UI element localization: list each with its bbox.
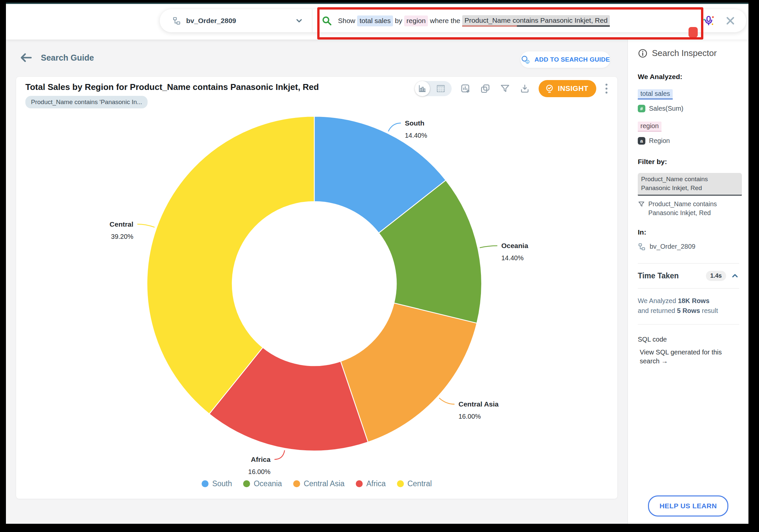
segment-label-name: Oceania (501, 242, 528, 249)
query-token[interactable]: region (404, 16, 428, 26)
in-label: In: (638, 228, 739, 236)
annotation-handle (689, 27, 698, 38)
segment-label-value: 16.00% (459, 413, 481, 420)
search-guide-title: Search Guide (41, 53, 94, 62)
app-window: bv_Order_2809 Show total sales by region… (6, 3, 748, 524)
legend-dot (293, 480, 300, 487)
legend-label: South (212, 479, 232, 488)
filter-funnel-icon (638, 201, 645, 217)
filter-detail-text: Product_Name contains Panasonic Inkjet, … (648, 200, 731, 217)
label-leader-line (480, 246, 497, 248)
add-guide-label: ADD TO SEARCH GUIDE (534, 56, 610, 63)
token-total-sales[interactable]: total sales (638, 89, 673, 100)
label-leader-line (274, 450, 285, 460)
measure-badge-icon: # (638, 105, 645, 112)
legend-dot (356, 480, 363, 487)
chart-legend: SouthOceaniaCentral AsiaAfricaCentral (16, 479, 617, 488)
dataset-name: bv_Order_2809 (186, 17, 295, 25)
legend-item-oceania[interactable]: Oceania (243, 479, 282, 488)
add-guide-icon (521, 55, 530, 64)
sql-code-label: SQL code (638, 336, 739, 343)
legend-dot (243, 480, 250, 487)
info-icon (638, 48, 648, 58)
label-leader-line (388, 123, 401, 132)
segment-label-name: Africa (251, 456, 271, 463)
segment-label-name: Central Asia (459, 400, 499, 408)
main-area: Search Guide ADD TO SEARCH GUIDE Total S… (6, 40, 627, 524)
search-box[interactable]: Show total sales by region where the Pro… (312, 15, 703, 27)
legend-label: Central (408, 479, 432, 488)
chevron-down-icon[interactable] (295, 17, 303, 25)
dataset-selector[interactable]: bv_Order_2809 (160, 17, 312, 25)
back-arrow-icon[interactable] (20, 53, 32, 62)
legend-dot (397, 480, 404, 487)
query-token[interactable]: Product_Name contains Panasonic Inkjet, … (462, 15, 610, 27)
legend-item-central[interactable]: Central (397, 479, 432, 488)
legend-label: Central Asia (304, 479, 344, 488)
search-query-input[interactable]: Show total sales by region where the Pro… (338, 15, 610, 27)
window-top-edge (6, 3, 748, 4)
answer-card: Total Sales by Region for Product_Name c… (16, 76, 618, 499)
top-bar: bv_Order_2809 Show total sales by region… (6, 3, 748, 40)
inspector-title: Search Inspector (652, 48, 717, 58)
label-leader-line (138, 224, 154, 227)
add-to-search-guide-button[interactable]: ADD TO SEARCH GUIDE (521, 51, 610, 68)
segment-label-name: South (405, 119, 424, 127)
legend-item-central-asia[interactable]: Central Asia (293, 479, 344, 488)
segment-label-value: 16.00% (248, 468, 270, 475)
chevron-up-icon[interactable] (731, 271, 739, 280)
query-token[interactable]: by (393, 17, 404, 25)
we-analyzed-label: We Analyzed: (638, 73, 739, 81)
search-container: bv_Order_2809 Show total sales by region… (160, 9, 746, 32)
filter-token-chip[interactable]: Product_Name contains Panasonic Inkjet, … (638, 173, 742, 196)
arrow-right-icon: → (661, 357, 668, 365)
legend-item-africa[interactable]: Africa (356, 479, 386, 488)
close-icon[interactable] (724, 15, 736, 27)
source-dataset-name: bv_Order_2809 (650, 243, 696, 250)
label-leader-line (439, 398, 455, 404)
rows-returned-line: and returned 5 Rows result (638, 306, 739, 315)
divider (638, 263, 739, 264)
time-taken-value: 1.4s (706, 271, 726, 281)
search-guide-back[interactable]: Search Guide (20, 53, 94, 62)
legend-item-south[interactable]: South (202, 479, 232, 488)
segment-label-value: 14.40% (405, 132, 427, 139)
rows-analyzed-line: We Analyzed 18K Rows (638, 296, 739, 306)
filter-by-label: Filter by: (638, 158, 739, 166)
query-token[interactable]: total sales (357, 16, 393, 26)
source-tree-icon (638, 243, 646, 251)
legend-label: Oceania (254, 479, 282, 488)
query-token[interactable]: where the (428, 17, 462, 25)
dataset-tree-icon (172, 17, 181, 25)
attribute-badge-icon: a (638, 137, 645, 144)
legend-dot (202, 480, 209, 487)
token-field-sales: Sales(Sum) (649, 105, 683, 112)
legend-label: Africa (366, 479, 386, 488)
help-us-learn-label: HELP US LEARN (659, 502, 717, 510)
search-icon (322, 16, 332, 26)
segment-label-name: Central (110, 221, 134, 228)
view-sql-link[interactable]: View SQL generated for this search → (638, 348, 729, 366)
divider (638, 324, 739, 324)
token-region[interactable]: region (638, 122, 661, 132)
time-taken-label: Time Taken (638, 271, 706, 280)
search-inspector-panel: Search Inspector We Analyzed: total sale… (627, 40, 748, 524)
divider (638, 288, 739, 289)
segment-label-value: 39.20% (111, 233, 134, 240)
segment-label-value: 14.40% (501, 254, 524, 262)
token-field-region: Region (649, 137, 670, 144)
help-us-learn-button[interactable]: HELP US LEARN (648, 495, 728, 516)
voice-mic-icon[interactable] (703, 15, 714, 27)
donut-chart: South14.40%Oceania14.40%Central Asia16.0… (16, 77, 618, 499)
query-token[interactable]: Show (338, 17, 357, 25)
